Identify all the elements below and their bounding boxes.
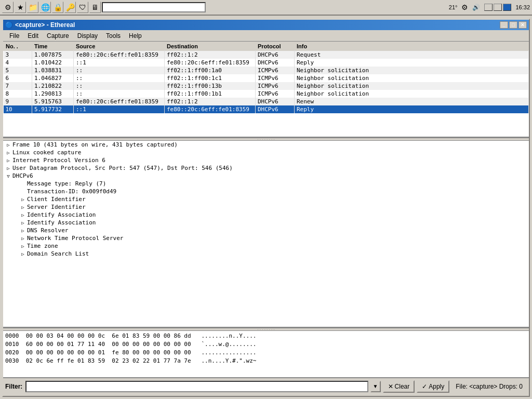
detail-item[interactable]: ▷Internet Protocol Version 6 xyxy=(3,156,529,164)
taskbar-temp: 21° xyxy=(449,4,458,10)
table-row[interactable]: 105.917732::1fe80::20c:6eff:fe01:8359DHC… xyxy=(4,105,529,113)
detail-text: DNS Resolver xyxy=(27,227,68,234)
detail-text: Client Identifier xyxy=(27,196,86,203)
table-row[interactable]: 51.038831::ff02::1:ff00:1a0ICMPv6Neighbo… xyxy=(4,66,529,74)
close-button[interactable]: ✕ xyxy=(518,21,527,29)
taskbar-icon-4[interactable]: 🌐 xyxy=(39,2,51,13)
apply-icon: ✓ xyxy=(422,383,427,390)
taskbar-icon-3[interactable]: 📁 xyxy=(27,2,38,13)
detail-item[interactable]: ▷Linux cooked capture xyxy=(3,149,529,156)
detail-text: Network Time Protocol Server xyxy=(27,235,123,242)
detail-item[interactable]: ▷Identify Association xyxy=(3,219,529,227)
status-bar: File: <capture> Drops: 0 xyxy=(451,383,527,390)
table-row[interactable]: 61.046827::ff02::1:ff00:1c1ICMPv6Neighbo… xyxy=(4,74,529,82)
detail-text: Frame 10 (431 bytes on wire, 431 bytes c… xyxy=(12,141,178,148)
detail-toggle-icon: ▷ xyxy=(20,212,26,218)
app-window: 🔵 <capture> - Ethereal _ □ ✕ File Edit C… xyxy=(2,19,530,397)
detail-text: Identify Association xyxy=(27,219,96,226)
packet-table: No. . Time Source Destination Protocol I… xyxy=(3,42,529,113)
table-row[interactable]: 31.007875fe80::20c:6eff:fe01:8359ff02::1… xyxy=(4,51,529,59)
detail-toggle-icon: ▷ xyxy=(20,196,26,203)
minimize-button[interactable]: _ xyxy=(500,21,508,29)
col-time[interactable]: Time xyxy=(32,42,74,51)
detail-text: Time zone xyxy=(27,243,58,249)
detail-item[interactable]: Message type: Reply (7) xyxy=(3,180,529,188)
taskbar-window-buttons xyxy=(484,4,511,11)
hex-line: 0010 60 00 00 00 01 77 11 40 00 00 00 00… xyxy=(5,340,527,349)
detail-toggle-icon: ▷ xyxy=(20,228,26,234)
detail-item[interactable]: ▽DHCPv6 xyxy=(3,172,529,180)
table-row[interactable]: 41.010422::1fe80::20c:6eff:fe01:8359DHCP… xyxy=(4,59,529,66)
menu-tools[interactable]: Tools xyxy=(102,31,125,41)
app-title: <capture> - Ethereal xyxy=(15,21,75,29)
detail-item[interactable]: ▷Identify Association xyxy=(3,211,529,219)
taskbar-icon-5[interactable]: 🔒 xyxy=(52,2,63,13)
detail-text: Server Identifier xyxy=(27,204,86,210)
detail-item[interactable]: Transaction-ID: 0x009f0d49 xyxy=(3,188,529,195)
packet-table-container: No. . Time Source Destination Protocol I… xyxy=(3,42,529,138)
filter-label: Filter: xyxy=(5,383,22,390)
detail-toggle-icon: ▷ xyxy=(5,142,11,148)
detail-text: Internet Protocol Version 6 xyxy=(12,157,105,164)
taskbar-icon-1[interactable]: ⚙ xyxy=(2,2,14,13)
detail-item[interactable]: ▷Client Identifier xyxy=(3,195,529,203)
detail-toggle-icon: ▷ xyxy=(20,251,26,257)
detail-item[interactable]: ▷User Datagram Protocol, Src Port: 547 (… xyxy=(3,164,529,172)
hex-line: 0000 00 00 03 04 00 00 00 0c 6e 01 83 59… xyxy=(5,332,527,340)
detail-item[interactable]: ▷Domain Search List xyxy=(3,250,529,258)
detail-toggle-icon: ▷ xyxy=(20,204,26,210)
hex-line: 0030 02 0c 6e ff fe 01 83 59 02 23 02 22… xyxy=(5,357,527,365)
apply-button[interactable]: ✓ Apply xyxy=(417,380,449,393)
detail-text: Message type: Reply (7) xyxy=(27,180,106,187)
col-dest[interactable]: Destination xyxy=(165,42,256,51)
detail-toggle-icon: ▷ xyxy=(5,157,11,164)
table-row[interactable]: 95.915763fe80::20c:6eff:fe01:8359ff02::1… xyxy=(4,98,529,105)
menu-edit[interactable]: Edit xyxy=(23,31,43,41)
filter-dropdown-button[interactable]: ▼ xyxy=(370,381,381,392)
clear-icon: ✕ xyxy=(388,383,393,390)
taskbar-icon-7[interactable]: 🛡 xyxy=(77,2,88,13)
detail-text: Transaction-ID: 0x009f0d49 xyxy=(27,188,116,195)
detail-item[interactable]: ▷Server Identifier xyxy=(3,203,529,211)
taskbar-icon-6[interactable]: 🔑 xyxy=(64,2,76,13)
maximize-button[interactable]: □ xyxy=(509,21,517,29)
hex-line: 0020 00 00 00 00 00 00 00 01 fe 80 00 00… xyxy=(5,349,527,357)
taskbar-icon-8[interactable]: 🖥 xyxy=(89,2,101,13)
menu-file[interactable]: File xyxy=(5,31,23,41)
app-icon: 🔵 xyxy=(5,21,13,29)
app-titlebar: 🔵 <capture> - Ethereal _ □ ✕ xyxy=(3,20,529,30)
detail-toggle-icon: ▷ xyxy=(20,220,26,226)
detail-text: User Datagram Protocol, Src Port: 547 (5… xyxy=(12,165,233,171)
detail-item[interactable]: ▷Time zone xyxy=(3,242,529,250)
col-info[interactable]: Info xyxy=(295,42,529,51)
menubar: File Edit Capture Display Tools Help xyxy=(3,30,529,42)
detail-text: Domain Search List xyxy=(27,250,89,257)
taskbar-address-bar[interactable] xyxy=(102,2,206,12)
table-row[interactable]: 71.210822::ff02::1:ff00:13bICMPv6Neighbo… xyxy=(4,82,529,90)
taskbar-volume[interactable]: 🔊 xyxy=(472,4,480,11)
detail-toggle-icon xyxy=(20,181,26,187)
packet-detail: ▷Frame 10 (431 bytes on wire, 431 bytes … xyxy=(3,141,529,328)
detail-item[interactable]: ▷Frame 10 (431 bytes on wire, 431 bytes … xyxy=(3,141,529,149)
filter-bar: Filter: ▼ ✕ Clear ✓ Apply File: <capture… xyxy=(3,378,529,394)
col-proto[interactable]: Protocol xyxy=(256,42,295,51)
detail-toggle-icon: ▷ xyxy=(5,150,11,156)
col-no[interactable]: No. . xyxy=(4,42,32,51)
table-header: No. . Time Source Destination Protocol I… xyxy=(4,42,529,51)
menu-help[interactable]: Help xyxy=(125,31,146,41)
detail-text: Identify Association xyxy=(27,211,96,218)
menu-display[interactable]: Display xyxy=(73,31,102,41)
detail-toggle-icon xyxy=(20,189,26,195)
detail-text: Linux cooked capture xyxy=(12,149,81,156)
detail-toggle-icon: ▽ xyxy=(5,173,11,179)
clear-button[interactable]: ✕ Clear xyxy=(383,380,415,393)
detail-item[interactable]: ▷DNS Resolver xyxy=(3,227,529,234)
table-row[interactable]: 81.290813::ff02::1:ff00:1b1ICMPv6Neighbo… xyxy=(4,90,529,98)
detail-text: DHCPv6 xyxy=(12,172,33,179)
col-source[interactable]: Source xyxy=(74,42,165,51)
taskbar-gear[interactable]: ⚙ xyxy=(461,3,468,11)
taskbar-icon-2[interactable]: ★ xyxy=(15,2,26,13)
menu-capture[interactable]: Capture xyxy=(43,31,73,41)
detail-item[interactable]: ▷Network Time Protocol Server xyxy=(3,234,529,242)
filter-input[interactable] xyxy=(25,381,368,392)
